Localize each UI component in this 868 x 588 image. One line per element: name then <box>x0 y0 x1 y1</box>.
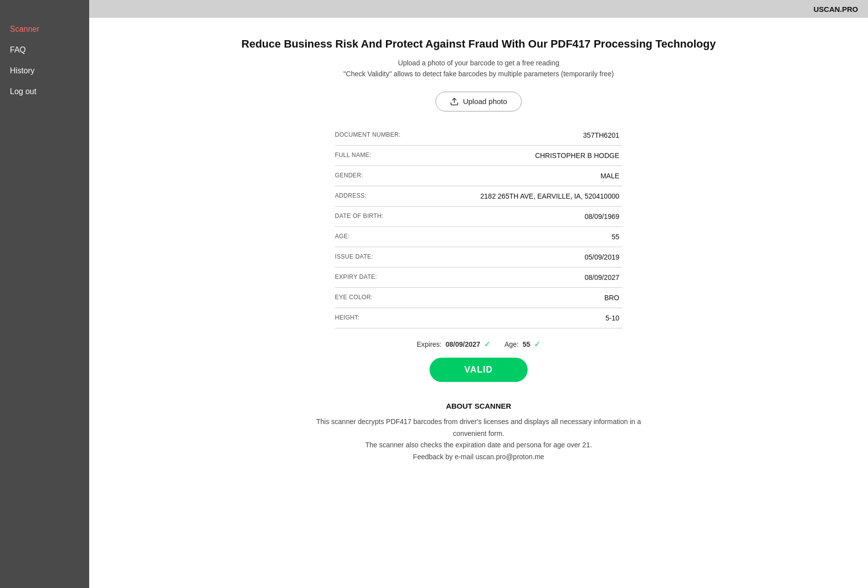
expires-check-icon: ✓ <box>484 340 490 348</box>
sidebar: Scanner FAQ History Log out <box>0 0 89 588</box>
upload-button-label: Upload photo <box>463 97 507 106</box>
sidebar-item-faq[interactable]: FAQ <box>0 41 89 59</box>
sidebar-item-logout[interactable]: Log out <box>0 82 89 101</box>
document-data-table: DOCUMENT NUMBER: 357TH6201 FULL NAME: CH… <box>335 125 622 328</box>
field-label: FULL NAME: <box>335 145 464 165</box>
upload-icon <box>450 97 459 106</box>
expires-label: Expires: 08/09/2027 ✓ <box>417 339 490 349</box>
field-value: 55 <box>464 226 622 247</box>
about-line2: The scanner also checks the expiration d… <box>365 441 592 449</box>
field-value: 2182 265TH AVE, EARVILLE, IA, 520410000 <box>464 186 622 206</box>
field-value: BRO <box>464 287 622 308</box>
about-text: This scanner decrypts PDF417 barcodes fr… <box>305 416 652 463</box>
validity-row: Expires: 08/09/2027 ✓ Age: 55 ✓ <box>335 339 622 349</box>
field-value: MALE <box>464 165 622 186</box>
field-label: EYE COLOR: <box>335 287 464 308</box>
sidebar-item-scanner[interactable]: Scanner <box>0 20 89 39</box>
sidebar-item-history[interactable]: History <box>0 61 89 80</box>
table-row: EXPIRY DATE: 08/09/2027 <box>335 267 622 287</box>
age-value: 55 <box>523 340 531 348</box>
valid-btn-wrapper: VALID <box>119 358 838 382</box>
table-row: ADDRESS: 2182 265TH AVE, EARVILLE, IA, 5… <box>335 186 622 206</box>
field-value: 08/09/2027 <box>464 267 622 287</box>
table-row: DOCUMENT NUMBER: 357TH6201 <box>335 125 622 146</box>
subtitle-line1: Upload a photo of your barcode to get a … <box>398 59 559 67</box>
page-subtitle: Upload a photo of your barcode to get a … <box>119 57 838 80</box>
about-line3: Feedback by e-mail uscan.pro@proton.me <box>413 453 544 461</box>
table-row: FULL NAME: CHRISTOPHER B HODGE <box>335 145 622 165</box>
expires-value: 08/09/2027 <box>445 340 480 348</box>
subtitle-line2: "Check Validity" allows to detect fake b… <box>343 70 614 78</box>
upload-photo-button[interactable]: Upload photo <box>435 92 521 111</box>
about-line1: This scanner decrypts PDF417 barcodes fr… <box>316 418 641 437</box>
table-row: HEIGHT: 5-10 <box>335 308 622 328</box>
field-label: DOCUMENT NUMBER: <box>335 125 464 146</box>
field-label: EXPIRY DATE: <box>335 267 464 287</box>
brand-name: USCAN.PRO <box>814 5 858 13</box>
field-label: AGE: <box>335 226 464 247</box>
field-label: GENDER: <box>335 165 464 186</box>
table-row: ISSUE DATE: 05/09/2019 <box>335 247 622 267</box>
field-value: 05/09/2019 <box>464 247 622 267</box>
field-value: 08/09/1969 <box>464 206 622 226</box>
about-section: ABOUT SCANNER This scanner decrypts PDF4… <box>305 402 652 463</box>
age-check-icon: ✓ <box>534 340 541 348</box>
field-label: DATE OF BIRTH: <box>335 206 464 226</box>
table-row: EYE COLOR: BRO <box>335 287 622 308</box>
about-title: ABOUT SCANNER <box>305 402 652 410</box>
field-value: 5-10 <box>464 308 622 328</box>
upload-btn-wrapper: Upload photo <box>119 92 838 111</box>
table-row: DATE OF BIRTH: 08/09/1969 <box>335 206 622 226</box>
field-label: ISSUE DATE: <box>335 247 464 267</box>
sidebar-nav: Scanner FAQ History Log out <box>0 10 89 111</box>
main-content: Reduce Business Risk And Protect Against… <box>89 18 868 588</box>
table-row: AGE: 55 <box>335 226 622 247</box>
field-label: HEIGHT: <box>335 308 464 328</box>
valid-status-button: VALID <box>430 358 528 382</box>
age-label: Age: 55 ✓ <box>504 339 541 349</box>
page-title: Reduce Business Risk And Protect Against… <box>119 38 838 51</box>
field-label: ADDRESS: <box>335 186 464 206</box>
field-value: CHRISTOPHER B HODGE <box>464 145 622 165</box>
table-row: GENDER: MALE <box>335 165 622 186</box>
field-value: 357TH6201 <box>464 125 622 146</box>
topbar: USCAN.PRO <box>89 0 868 18</box>
